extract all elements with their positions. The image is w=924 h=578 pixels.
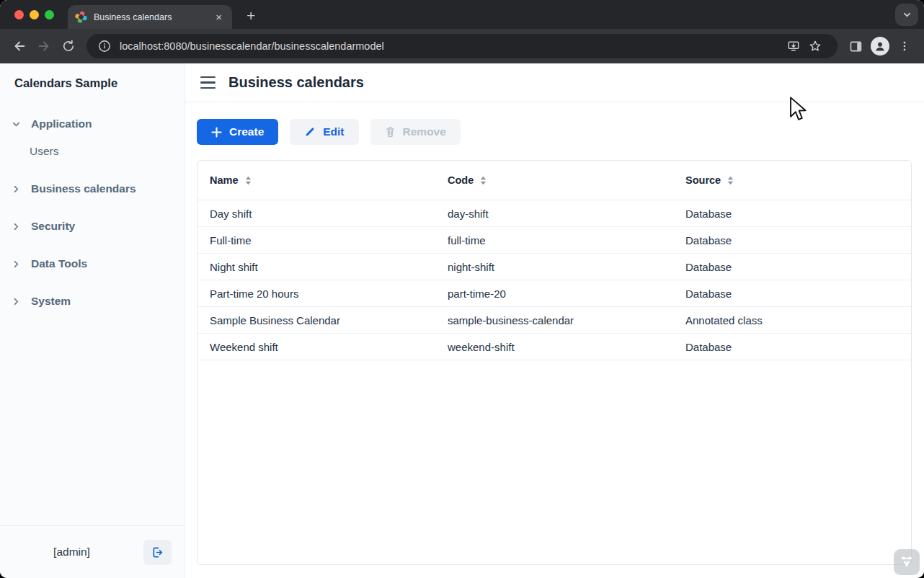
side-panel-button[interactable] (843, 34, 868, 58)
hamburger-icon (200, 76, 216, 78)
sidebar-item-business-calendars[interactable]: Business calendars (0, 178, 185, 200)
table-cell: full-time (435, 234, 673, 246)
chevron-right-icon (12, 297, 21, 306)
back-icon (12, 38, 27, 54)
chevron-down-icon (12, 120, 21, 129)
action-buttons: Create Edit Remove (185, 102, 924, 145)
sidebar-item-security[interactable]: Security (0, 215, 185, 237)
side-panel-icon (848, 39, 863, 54)
drawer-toggle-button[interactable] (200, 74, 216, 92)
install-app-button[interactable] (783, 34, 804, 58)
close-window-button[interactable] (14, 10, 24, 19)
menu-dots-icon (898, 40, 911, 53)
table-cell: part-time-20 (435, 288, 673, 300)
app-title: Calendars Sample (0, 63, 185, 96)
sidebar-item-users[interactable]: Users (0, 141, 185, 162)
sidebar-item-application[interactable]: Application (0, 113, 185, 135)
table-row[interactable]: Day shiftday-shiftDatabase (197, 200, 911, 227)
table-cell: Database (673, 341, 911, 353)
profile-icon (874, 40, 887, 53)
table-cell: Database (673, 234, 911, 246)
grid-body: Day shiftday-shiftDatabaseFull-timefull-… (197, 200, 911, 360)
reload-button[interactable] (56, 34, 81, 58)
sidebar: Calendars Sample ApplicationUsersBusines… (0, 63, 185, 578)
plus-icon (211, 127, 222, 138)
reload-icon (61, 39, 76, 53)
tab-title: Business calendars (94, 12, 213, 22)
table-cell: Weekend shift (197, 341, 435, 353)
table-cell: Sample Business Calendar (197, 314, 435, 326)
table-cell: Database (673, 288, 911, 300)
table-cell: night-shift (435, 261, 673, 273)
back-button[interactable] (7, 34, 32, 58)
vaadin-dev-tools-button[interactable] (894, 549, 920, 575)
zoom-window-button[interactable] (45, 10, 54, 19)
table-cell: day-shift (435, 208, 673, 220)
trash-icon (385, 126, 396, 138)
browser-menu-button[interactable] (892, 34, 917, 58)
sort-icon (480, 176, 487, 185)
main-panel: Business calendars Create Edit Remove (185, 63, 924, 578)
tab-close-icon[interactable]: × (213, 10, 225, 24)
install-icon (786, 39, 801, 53)
address-bar[interactable]: localhost:8080/businesscalendar/business… (86, 34, 838, 58)
pencil-icon (304, 126, 316, 138)
page-title: Business calendars (228, 74, 364, 91)
browser-toolbar: localhost:8080/businesscalendar/business… (0, 29, 924, 63)
table-cell: Part-time 20 hours (197, 288, 435, 300)
sidebar-item-system[interactable]: System (0, 290, 185, 312)
browser-window: Business calendars × + localhost:8080/bu… (0, 0, 924, 578)
table-row[interactable]: Part-time 20 hourspart-time-20Database (197, 280, 911, 307)
view-header: Business calendars (185, 63, 924, 102)
table-cell: Night shift (197, 261, 435, 273)
browser-tab[interactable]: Business calendars × (68, 5, 232, 29)
new-tab-button[interactable]: + (242, 6, 259, 26)
url-text: localhost:8080/businesscalendar/business… (120, 40, 384, 52)
logout-button[interactable] (143, 540, 172, 565)
forward-button[interactable] (32, 34, 56, 58)
current-user-label: [admin] (0, 546, 143, 559)
data-grid: Name Code Source Day shiftday-shiftDatab… (197, 160, 912, 565)
sort-icon (727, 176, 734, 185)
table-cell: sample-business-calendar (435, 314, 673, 326)
logout-icon (151, 546, 164, 559)
table-row[interactable]: Full-timefull-timeDatabase (197, 227, 911, 254)
bookmark-button[interactable] (804, 34, 826, 58)
remove-button[interactable]: Remove (370, 119, 461, 145)
bookmark-star-icon (808, 39, 822, 53)
table-cell: Database (673, 208, 911, 220)
table-row[interactable]: Weekend shiftweekend-shiftDatabase (197, 334, 911, 360)
profile-button[interactable] (868, 34, 892, 58)
forward-icon (36, 38, 52, 54)
chevron-down-icon (902, 10, 912, 19)
avatar (871, 37, 889, 55)
table-cell: Annotated class (673, 314, 911, 326)
sidebar-footer: [admin] (0, 525, 185, 578)
app-viewport: Calendars Sample ApplicationUsersBusines… (0, 63, 924, 578)
chevron-right-icon (12, 222, 21, 231)
sidebar-item-data-tools[interactable]: Data Tools (0, 253, 185, 275)
chevron-right-icon (12, 184, 21, 194)
favicon-icon (75, 11, 87, 23)
table-cell: Full-time (197, 234, 435, 246)
sort-icon (245, 176, 252, 185)
vaadin-dev-icon (899, 554, 915, 570)
table-row[interactable]: Night shiftnight-shiftDatabase (197, 254, 911, 280)
sidebar-nav: ApplicationUsersBusiness calendarsSecuri… (0, 96, 185, 525)
info-icon (98, 40, 111, 53)
window-controls (14, 10, 54, 19)
table-cell: weekend-shift (435, 341, 673, 353)
table-cell: Day shift (197, 208, 435, 220)
column-header-code[interactable]: Code (435, 174, 673, 186)
table-row[interactable]: Sample Business Calendarsample-business-… (197, 307, 911, 334)
tab-search-button[interactable] (895, 4, 918, 26)
column-header-name[interactable]: Name (197, 174, 435, 186)
tab-strip: Business calendars × + (0, 0, 924, 29)
grid-header: Name Code Source (197, 161, 911, 200)
chevron-right-icon (12, 259, 21, 269)
minimize-window-button[interactable] (30, 10, 39, 19)
edit-button[interactable]: Edit (290, 119, 358, 145)
table-cell: Database (673, 261, 911, 273)
create-button[interactable]: Create (197, 119, 278, 145)
column-header-source[interactable]: Source (673, 174, 911, 186)
